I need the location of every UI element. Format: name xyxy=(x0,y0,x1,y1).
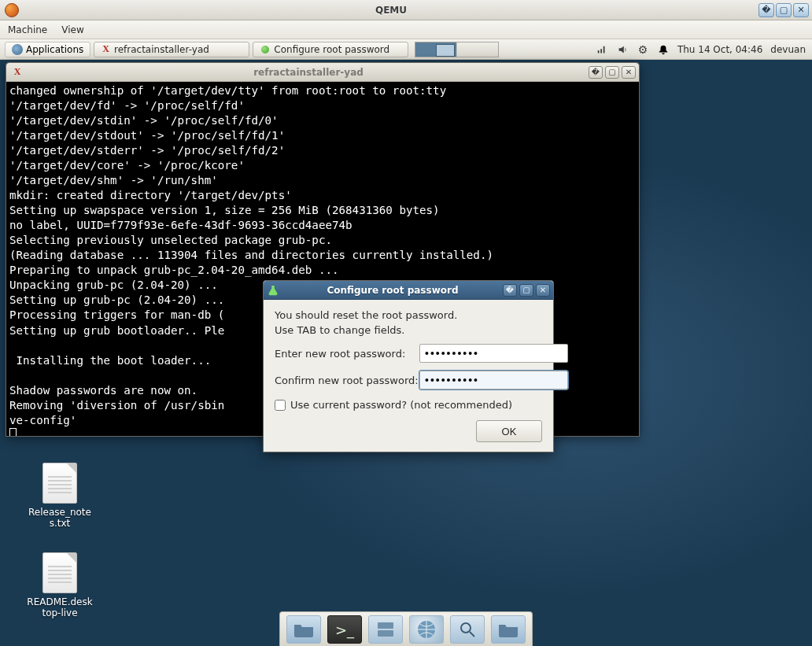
terminal-maximize-button[interactable]: ▢ xyxy=(605,66,619,79)
desktop-icon-label: README.desk top-live xyxy=(22,596,98,618)
dock-desktop-folder[interactable] xyxy=(286,615,321,644)
root-password-dialog: Configure root password � ▢ ✕ You should… xyxy=(263,280,554,452)
menu-machine[interactable]: Machine xyxy=(8,24,47,35)
dock-home-folder[interactable] xyxy=(491,615,526,644)
dock-file-manager[interactable] xyxy=(368,615,403,644)
host-menubar: Machine View xyxy=(0,20,812,39)
host-window-title: QEMU xyxy=(24,5,758,16)
host-close-button[interactable]: ✕ xyxy=(793,3,809,17)
dialog-close-button[interactable]: ✕ xyxy=(536,284,550,297)
dialog-hint-line1: You should reset the root password. xyxy=(275,309,542,321)
workspace-1[interactable] xyxy=(415,42,456,57)
terminal-close-button[interactable]: ✕ xyxy=(622,66,636,79)
host-maximize-button[interactable]: ▢ xyxy=(776,3,792,17)
applications-menu-button[interactable]: Applications xyxy=(5,42,90,57)
applications-icon xyxy=(12,44,23,55)
dialog-maximize-button[interactable]: ▢ xyxy=(519,284,533,297)
taskbar-item-configure[interactable]: Configure root password xyxy=(253,42,408,57)
power-icon[interactable]: ⚙ xyxy=(637,43,649,56)
use-current-password-label: Use current password? (not recommended) xyxy=(290,399,512,411)
file-icon xyxy=(42,552,77,593)
dialog-titlebar[interactable]: Configure root password � ▢ ✕ xyxy=(264,281,553,300)
notification-bell-icon[interactable] xyxy=(657,43,670,56)
dialog-title: Configure root password xyxy=(282,285,503,296)
dialog-icon xyxy=(261,46,269,54)
panel-user[interactable]: devuan xyxy=(770,44,806,55)
installer-icon: X xyxy=(102,43,109,55)
use-current-password-checkbox[interactable] xyxy=(275,400,286,411)
confirm-password-label: Confirm new root password: xyxy=(275,375,419,386)
guest-top-panel: Applications X refractainstaller-yad Con… xyxy=(0,39,812,60)
desktop-icon-label: Release_note s.txt xyxy=(22,507,98,529)
confirm-password-input[interactable] xyxy=(419,371,568,389)
terminal-title: refractainstaller-yad xyxy=(28,67,589,78)
taskbar-item-installer[interactable]: X refractainstaller-yad xyxy=(94,42,249,57)
workspace-pager[interactable] xyxy=(415,42,499,57)
host-minimize-button[interactable]: � xyxy=(758,3,774,17)
svg-rect-1 xyxy=(378,630,393,637)
svg-rect-0 xyxy=(378,622,393,629)
dialog-hint-line2: Use TAB to change fields. xyxy=(275,324,542,336)
file-icon xyxy=(42,463,77,504)
volume-icon[interactable] xyxy=(616,43,629,56)
bottom-dock: >_ xyxy=(279,611,533,646)
applications-label: Applications xyxy=(26,44,83,55)
desktop-icon-release-notes[interactable]: Release_note s.txt xyxy=(22,463,98,529)
terminal-cursor xyxy=(9,428,17,436)
svg-point-3 xyxy=(461,623,471,633)
network-icon[interactable] xyxy=(596,43,608,56)
new-password-label: Enter new root password: xyxy=(275,348,419,360)
flask-icon xyxy=(268,285,279,296)
terminal-titlebar[interactable]: X refractainstaller-yad � ▢ ✕ xyxy=(6,63,639,82)
dock-search[interactable] xyxy=(450,615,485,644)
dialog-minimize-button[interactable]: � xyxy=(503,284,517,297)
qemu-icon xyxy=(5,3,19,17)
host-window-titlebar: QEMU � ▢ ✕ xyxy=(0,0,812,20)
dock-web-browser[interactable] xyxy=(409,615,444,644)
desktop-icon-readme[interactable]: README.desk top-live xyxy=(22,552,98,618)
dock-terminal[interactable]: >_ xyxy=(327,615,362,644)
panel-clock[interactable]: Thu 14 Oct, 04:46 xyxy=(677,44,762,55)
new-password-input[interactable] xyxy=(419,344,568,363)
taskbar-item-installer-label: refractainstaller-yad xyxy=(114,44,209,55)
terminal-window-icon: X xyxy=(11,66,24,79)
ok-button[interactable]: OK xyxy=(476,420,542,442)
workspace-2[interactable] xyxy=(457,42,498,57)
svg-line-4 xyxy=(470,632,474,637)
terminal-minimize-button[interactable]: � xyxy=(589,66,603,79)
taskbar-item-configure-label: Configure root password xyxy=(274,44,389,55)
menu-view[interactable]: View xyxy=(61,24,83,35)
